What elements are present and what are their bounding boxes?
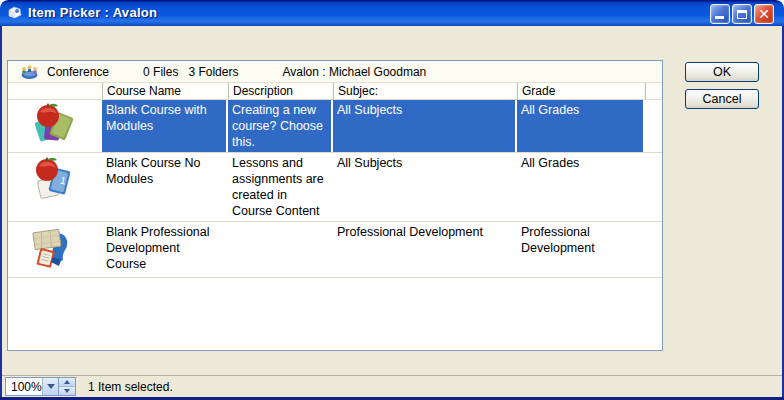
column-header-course-name: Course Name [102, 83, 228, 99]
cell-subject: All Subjects [333, 100, 517, 152]
conference-icon [20, 64, 39, 80]
owner-label: Avalon : Michael Goodman [282, 65, 426, 79]
cell-grade: All Grades [517, 153, 645, 221]
cell-course-name: Blank Course No Modules [102, 153, 228, 221]
column-header-grade: Grade [517, 83, 645, 99]
status-bar: 100% 1 Item selected. [2, 375, 782, 397]
chevron-down-icon [47, 384, 55, 389]
conference-header: Conference 0 Files 3 Folders Avalon : Mi… [8, 61, 662, 83]
selection-status-text: 1 Item selected. [88, 380, 173, 394]
column-header-subject: Subjec: [333, 83, 517, 99]
close-icon: ✕ [758, 7, 770, 21]
item-list-panel: Conference 0 Files 3 Folders Avalon : Mi… [7, 60, 663, 351]
folders-count: 3 Folders [188, 65, 238, 79]
titlebar-buttons: ✕ [710, 4, 774, 24]
row-icon-cell [8, 100, 102, 152]
ok-button[interactable]: OK [685, 62, 759, 82]
column-header-gutter [645, 83, 662, 99]
window-icon[interactable] [7, 5, 23, 21]
close-button[interactable]: ✕ [754, 4, 774, 24]
cell-subject: Professional Development [333, 222, 517, 277]
table-row[interactable]: Blank Professional Development Course Pr… [8, 222, 662, 278]
zoom-level-combobox[interactable]: 100% [5, 377, 59, 396]
cell-gutter [645, 222, 662, 277]
zoom-dropdown-button[interactable] [42, 378, 58, 395]
professional-development-icon [31, 226, 77, 272]
maximize-button[interactable] [732, 4, 752, 24]
zoom-level-value: 100% [6, 378, 42, 395]
cell-course-name: Blank Course with Modules [102, 100, 228, 152]
cell-gutter [645, 100, 662, 152]
table-row[interactable]: Blank Course with Modules Creating a new… [8, 100, 662, 153]
zoom-spin-down-button[interactable] [59, 386, 75, 395]
cell-description [228, 222, 333, 277]
cell-description: Creating a new course? Choose this. [228, 100, 333, 152]
cell-course-name: Blank Professional Development Course [102, 222, 228, 277]
row-icon-cell [8, 222, 102, 277]
cell-subject: All Subjects [333, 153, 517, 221]
titlebar[interactable]: Item Picker : Avalon ✕ [0, 0, 784, 26]
table-header: Course Name Description Subjec: Grade [8, 83, 662, 100]
conference-label: Conference [47, 65, 109, 79]
cell-gutter [645, 153, 662, 221]
row-icon-cell: 1 [8, 153, 102, 221]
table-row[interactable]: 1 Blank Course No Modules Lessons and as… [8, 153, 662, 222]
item-picker-dialog: Item Picker : Avalon ✕ Conference 0 File… [0, 0, 784, 400]
column-header-icon [8, 83, 102, 99]
files-count: 0 Files [143, 65, 178, 79]
cell-description: Lessons and assignments are created in C… [228, 153, 333, 221]
maximize-icon [737, 10, 747, 19]
minimize-button[interactable] [710, 4, 730, 24]
chevron-up-icon [64, 380, 70, 384]
cancel-button[interactable]: Cancel [685, 89, 759, 109]
course-with-modules-icon [31, 102, 77, 148]
window-border-left [0, 24, 2, 400]
zoom-spinner [59, 377, 76, 396]
window-title: Item Picker : Avalon [28, 5, 157, 21]
course-no-modules-icon: 1 [31, 157, 77, 203]
minimize-icon [715, 16, 724, 19]
cell-grade: Professional Development [517, 222, 645, 277]
column-header-description: Description [228, 83, 333, 99]
zoom-spin-up-button[interactable] [59, 378, 75, 386]
chevron-down-icon [64, 389, 70, 393]
cell-grade: All Grades [517, 100, 645, 152]
